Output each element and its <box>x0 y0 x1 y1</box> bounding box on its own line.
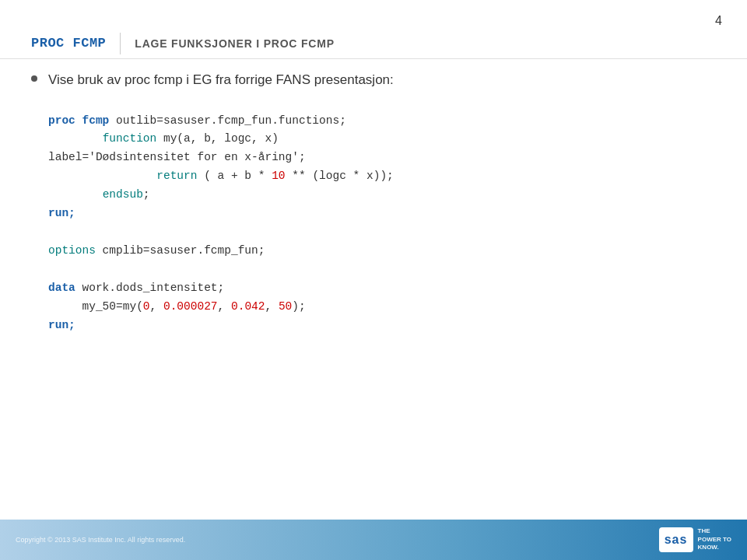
header-proc-label: PROC FCMP <box>31 36 106 51</box>
code-text-5: ; <box>143 188 150 201</box>
bullet-section: Vise bruk av proc fcmp i EG fra forrige … <box>31 70 716 90</box>
kw-run-1: run; <box>48 207 75 219</box>
kw-return: return <box>156 170 197 182</box>
code-line-blank2 <box>48 261 716 279</box>
code-line-4: return ( a + b * 10 ** (logc * x)); <box>48 167 716 186</box>
code-comma-2: , <box>218 300 231 313</box>
code-line-8: options cmplib=sasuser.fcmp_fun; <box>48 242 716 261</box>
footer-copyright: Copyright © 2013 SAS Institute Inc. All … <box>16 536 185 544</box>
code-line-6: run; <box>48 205 716 223</box>
main-content: Vise bruk av proc fcmp i EG fra forrige … <box>31 70 716 513</box>
code-text-4b: ** (logc * x)); <box>286 170 394 182</box>
page-number: 4 <box>715 14 722 28</box>
kw-num3: 50 <box>279 300 292 313</box>
kw-proc: proc fcmp <box>48 114 109 127</box>
code-text-3: label='Dødsintensitet for en x-åring'; <box>48 151 306 163</box>
slide-header: PROC FCMP LAGE FUNKSJONER I PROC FCMP <box>0 28 747 59</box>
kw-0: 0 <box>143 300 150 313</box>
bullet-dot <box>31 75 37 82</box>
sas-tagline: THE POWER TO KNOW. <box>698 527 731 551</box>
code-indent-2 <box>48 132 103 145</box>
code-text-1: outlib=sasuser.fcmp_fun.functions; <box>109 114 346 127</box>
code-comma-3: , <box>265 300 279 313</box>
kw-num2: 0.042 <box>231 300 265 313</box>
code-line-2: function my(a, b, logc, x) <box>48 130 716 149</box>
slide-footer: Copyright © 2013 SAS Institute Inc. All … <box>0 520 747 560</box>
kw-run-2: run; <box>48 319 75 331</box>
code-indent-5 <box>48 188 103 201</box>
code-comma-1: , <box>150 300 163 313</box>
code-indent-11 <box>48 300 82 313</box>
code-line-12: run; <box>48 317 716 335</box>
code-text-8: cmplib=sasuser.fcmp_fun; <box>96 244 265 257</box>
code-line-1: proc fcmp outlib=sasuser.fcmp_fun.functi… <box>48 112 716 131</box>
code-text-11a: my_50=my( <box>82 300 143 313</box>
bullet-text: Vise bruk av proc fcmp i EG fra forrige … <box>48 70 394 90</box>
code-text-10: work.dods_intensitet; <box>75 282 224 294</box>
code-text-2: my(a, b, logc, x) <box>156 132 279 145</box>
sas-logo-box: sas <box>659 527 693 552</box>
kw-10: 10 <box>272 170 285 182</box>
kw-data: data <box>48 282 75 294</box>
code-text-4: ( a + b * <box>197 170 272 182</box>
sas-logo-text: sas <box>665 533 688 547</box>
kw-endsub: endsub <box>103 188 143 201</box>
header-divider <box>120 33 121 54</box>
sas-logo-group: sas THE POWER TO KNOW. <box>659 527 731 552</box>
code-line-5: endsub; <box>48 186 716 205</box>
code-indent-4 <box>48 170 156 182</box>
kw-options: options <box>48 244 96 257</box>
code-block: proc fcmp outlib=sasuser.fcmp_fun.functi… <box>48 112 716 335</box>
tagline-line1: THE <box>698 527 731 535</box>
kw-num1: 0.000027 <box>163 300 218 313</box>
code-line-11: my_50=my(0, 0.000027, 0.042, 50); <box>48 298 716 317</box>
tagline-line3: KNOW. <box>698 544 731 551</box>
code-line-blank1 <box>48 223 716 242</box>
code-line-10: data work.dods_intensitet; <box>48 279 716 298</box>
code-text-11b: ); <box>292 300 305 313</box>
header-subtitle: LAGE FUNKSJONER I PROC FCMP <box>135 37 335 50</box>
tagline-line2: POWER TO <box>698 536 731 544</box>
kw-function: function <box>103 132 157 145</box>
code-line-3: label='Dødsintensitet for en x-åring'; <box>48 149 716 167</box>
